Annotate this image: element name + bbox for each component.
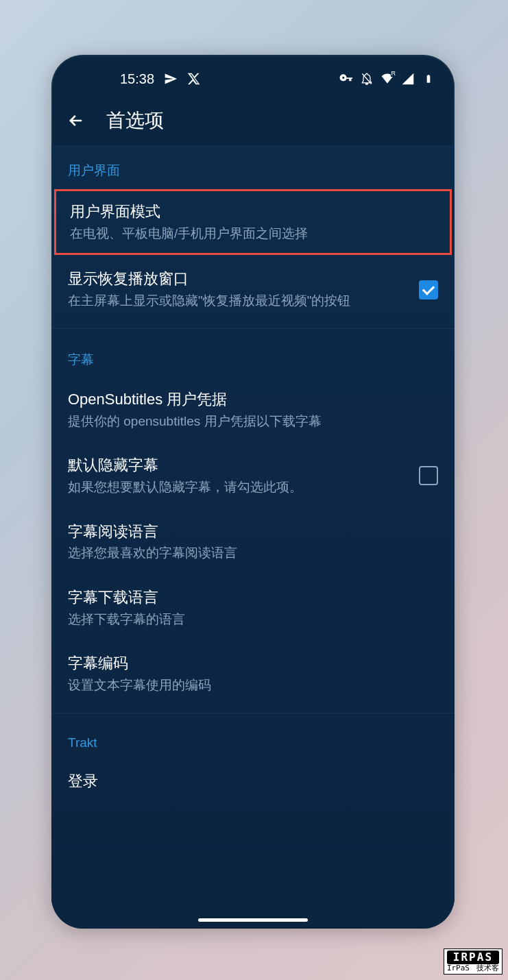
pref-title: 显示恢复播放窗口 (68, 269, 408, 290)
pref-desc: 选择您最喜欢的字幕阅读语言 (68, 544, 438, 563)
pref-title: 字幕下载语言 (68, 587, 438, 609)
watermark: IRPAS IrPaS 技术客 (444, 948, 503, 975)
pref-title: 字幕阅读语言 (68, 522, 438, 543)
signal-icon (401, 72, 415, 86)
section-header-subtitles: 字幕 (51, 334, 455, 377)
phone-frame: 15:38 R (51, 55, 455, 929)
pref-desc: 选择下载字幕的语言 (68, 611, 438, 629)
pref-title: 用户界面模式 (70, 201, 436, 223)
divider (51, 328, 455, 329)
pref-resume-window[interactable]: 显示恢复播放窗口 在主屏幕上显示或隐藏"恢复播放最近视频"的按钮 (51, 256, 455, 322)
notifications-off-icon (360, 72, 374, 86)
watermark-logo: IRPAS (447, 951, 499, 964)
pref-ui-mode[interactable]: 用户界面模式 在电视、平板电脑/手机用户界面之间选择 (54, 189, 452, 255)
pref-trakt-login[interactable]: 登录 (51, 759, 455, 813)
settings-list[interactable]: 用户界面 用户界面模式 在电视、平板电脑/手机用户界面之间选择 显示恢复播放窗口… (51, 145, 455, 929)
pref-subtitle-encoding[interactable]: 字幕编码 设置文本字幕使用的编码 (51, 641, 455, 707)
wifi-icon: R (380, 72, 394, 86)
pref-subtitle-download-language[interactable]: 字幕下载语言 选择下载字幕的语言 (51, 575, 455, 641)
pref-desc: 设置文本字幕使用的编码 (68, 676, 438, 695)
back-button[interactable] (61, 106, 91, 136)
battery-icon (422, 72, 435, 86)
divider (51, 713, 455, 713)
pref-title: 默认隐藏字幕 (68, 455, 408, 476)
home-indicator[interactable] (198, 918, 308, 922)
pref-desc: 在主屏幕上显示或隐藏"恢复播放最近视频"的按钮 (68, 292, 408, 310)
pref-desc: 如果您想要默认隐藏字幕，请勾选此项。 (68, 478, 408, 497)
pref-title: 登录 (68, 771, 438, 792)
telegram-icon (164, 72, 178, 86)
pref-title: 字幕编码 (68, 653, 438, 674)
watermark-text-1: IrPaS (447, 964, 470, 972)
section-header-ui: 用户界面 (51, 145, 455, 188)
watermark-text-2: 技术客 (476, 964, 499, 972)
checkbox-resume[interactable] (419, 280, 438, 299)
pref-hide-subtitles[interactable]: 默认隐藏字幕 如果您想要默认隐藏字幕，请勾选此项。 (51, 443, 455, 509)
status-bar: 15:38 R (51, 62, 455, 96)
pref-title: OpenSubtitles 用户凭据 (68, 389, 438, 411)
x-icon (187, 72, 201, 86)
section-header-trakt: Trakt (51, 719, 455, 759)
pref-opensubtitles-creds[interactable]: OpenSubtitles 用户凭据 提供你的 opensubtitles 用户… (51, 377, 455, 443)
pref-desc: 在电视、平板电脑/手机用户界面之间选择 (70, 225, 436, 243)
checkbox-hide-subtitles[interactable] (419, 466, 438, 485)
vpn-key-icon (339, 72, 353, 86)
status-time: 15:38 (120, 71, 154, 87)
pref-subtitle-read-language[interactable]: 字幕阅读语言 选择您最喜欢的字幕阅读语言 (51, 509, 455, 575)
pref-desc: 提供你的 opensubtitles 用户凭据以下载字幕 (68, 413, 438, 431)
page-title: 首选项 (106, 108, 164, 134)
app-bar: 首选项 (51, 96, 455, 145)
